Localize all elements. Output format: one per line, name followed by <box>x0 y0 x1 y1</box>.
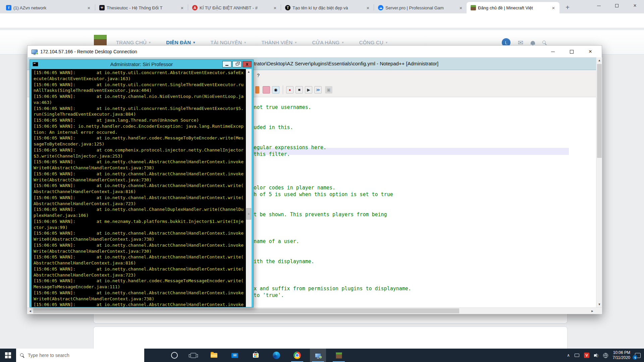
task-view-icon <box>191 353 196 358</box>
open-folder-icon[interactable] <box>263 86 270 94</box>
network-icon[interactable] <box>603 353 608 358</box>
windows-logo-icon <box>5 352 11 358</box>
nav-cong-cu[interactable]: CÔNG CỤ▾ <box>359 40 387 45</box>
toolbar-partial-icon[interactable] <box>255 86 259 94</box>
taskbar-search-box[interactable]: Type here to search <box>16 349 144 362</box>
yml-comment-line: the prefix and suffix from permission pl… <box>226 285 411 292</box>
console-scroll-thumb[interactable]: ≡ <box>246 208 251 220</box>
console-log-line: Write(AbstractChannelHandlerContext.java… <box>34 248 246 254</box>
scroll-up-icon[interactable]: ▲ <box>246 69 252 74</box>
console-log-line: [15:06:05 WARN]: at io.netty.util.concur… <box>34 106 246 112</box>
browser-close-button[interactable]: × <box>626 0 644 11</box>
scroll-right-icon[interactable]: ► <box>590 308 595 314</box>
search-icon[interactable] <box>542 41 547 45</box>
console-restore-button[interactable] <box>232 61 241 67</box>
store-button[interactable] <box>248 349 264 362</box>
tab-close-icon[interactable]: × <box>272 5 278 11</box>
console-log-line: [15:06:05 WARN]: at io.netty.channel.Abs… <box>34 242 246 248</box>
tab-close-icon[interactable]: × <box>458 5 464 11</box>
console-log-line: [15:06:05 WARN]: at io.netty.channel.Abs… <box>34 230 246 236</box>
rdp-horizontal-scrollbar[interactable]: ◄ ► <box>27 307 602 314</box>
tab-thesieutoc[interactable]: Ψ Thesieutoc - Hệ Thống Đổi T × <box>95 2 188 13</box>
console-title-bar[interactable]: Administrator: Siri Professor X <box>30 60 253 69</box>
browser-minimize-button[interactable] <box>590 0 608 11</box>
rdp-close-button[interactable]: × <box>581 46 600 58</box>
scroll-left-icon[interactable]: ◄ <box>28 308 33 314</box>
search-icon <box>20 353 24 358</box>
console-log-line: [15:06:05 WARN]: io.netty.handler.codec.… <box>34 123 246 129</box>
taskbar-clock[interactable]: 10:06 PM 7/11/2020 <box>613 350 631 360</box>
alerts-bell-icon[interactable] <box>531 41 535 45</box>
macro-play-icon[interactable]: ▶ <box>305 86 312 94</box>
clock-time: 10:06 PM <box>613 350 631 355</box>
tab-facebook[interactable]: f (1) AZvn network × <box>2 2 95 13</box>
folder-icon <box>211 353 217 358</box>
rdp-vertical-scrollbar[interactable]: ▲ ▼ <box>596 57 602 307</box>
mail-button[interactable]: ✉ <box>227 349 243 362</box>
console-log-line: Write0(AbstractChannelHandlerContext.jav… <box>34 165 246 171</box>
view-eye-icon[interactable]: ◉ <box>272 86 279 94</box>
nav-trang-chu[interactable]: TRANG CHỦ▾ <box>116 40 151 45</box>
volume-icon[interactable]: ) <box>594 353 598 357</box>
rdp-icon <box>32 50 38 54</box>
tab-close-icon[interactable]: × <box>179 5 185 11</box>
console-log-line: [15:06:05 WARN]: at com.comphenix.protoc… <box>34 147 246 153</box>
rdp-minimize-button[interactable] <box>543 46 562 58</box>
console-log-line: [15:06:05 WARN]: at me.neznamy.tab.platf… <box>34 219 246 225</box>
tab-tao-ten[interactable]: T Tạo tên kí tự đặc biệt đẹp và × <box>281 2 374 13</box>
console-log-line: [15:06:05 WARN]: at io.netty.channel.Abs… <box>34 290 246 296</box>
tab-close-icon[interactable]: × <box>365 5 371 11</box>
edge-button[interactable] <box>268 349 284 362</box>
console-log-line: [15:06:05 WARN]: at io.netty.util.concur… <box>34 70 246 76</box>
console-minimize-button[interactable] <box>222 61 231 67</box>
tab-close-icon[interactable]: × <box>86 5 92 11</box>
rdp-title-bar[interactable]: 172.104.57.166 - Remote Desktop Connecti… <box>28 46 602 58</box>
macro-stop-icon[interactable]: ■ <box>296 86 303 94</box>
notepad-help-menu[interactable]: ? <box>257 73 260 78</box>
new-tab-button[interactable]: + <box>563 3 572 12</box>
scroll-down-icon[interactable]: ▼ <box>596 302 602 307</box>
start-button[interactable] <box>0 349 16 362</box>
console-window: Administrator: Siri Professor X [15:06:0… <box>30 59 254 307</box>
chevron-down-icon: ▾ <box>342 41 343 44</box>
console-log-line: [15:06:05 WARN]: at io.netty.channel.Abs… <box>34 302 246 307</box>
file-explorer-button[interactable] <box>206 349 222 362</box>
nav-thanh-vien[interactable]: THÀNH VIÊN▾ <box>261 40 297 45</box>
nav-dien-dan[interactable]: DIỄN ĐÀN▾ <box>166 40 195 45</box>
browser-maximize-button[interactable] <box>608 0 626 11</box>
device-icon[interactable] <box>575 354 579 357</box>
horizontal-scroll-thumb[interactable] <box>33 308 459 313</box>
cortana-button[interactable] <box>166 349 182 362</box>
anhnbt-icon: A <box>192 5 198 10</box>
tab-anhnbt[interactable]: A KÍ TỰ ĐẶC BIỆT ANHNBT - # × <box>188 2 281 13</box>
toolbar-separator <box>283 85 283 94</box>
nav-cua-hang[interactable]: CỬA HÀNG▾ <box>312 40 344 45</box>
console-log-line: [15:06:05 WARN]: at io.netty.channel.Abs… <box>34 266 246 272</box>
tab-title: Server.pro | Professional Gam <box>385 5 456 10</box>
chrome-button[interactable] <box>289 349 305 362</box>
unikey-vietnamese-icon[interactable]: V <box>584 353 589 358</box>
task-view-button[interactable] <box>185 349 201 362</box>
nav-tai-nguyen[interactable]: TÀI NGUYÊN▾ <box>211 40 246 45</box>
chevron-down-icon: ▾ <box>295 41 297 44</box>
console-log-line: [15:06:05 WARN]: at io.netty.channel.Abs… <box>34 183 246 189</box>
macro-run-multiple-icon[interactable]: ≫ <box>314 86 322 94</box>
tab-minecraftvn-active[interactable]: Đăng chủ đề | Minecraft Việt × <box>467 2 559 13</box>
hidden-icons-chevron[interactable]: ∧ <box>567 353 570 358</box>
macro-record-icon[interactable]: ● <box>286 86 293 94</box>
tab-serverpro[interactable]: ☁ Server.pro | Professional Gam × <box>374 2 467 13</box>
rdp-taskbar-button[interactable] <box>310 349 326 362</box>
chevron-down-icon: ▾ <box>193 41 195 44</box>
forum-nav: TRANG CHỦ▾ DIỄN ĐÀN▾ TÀI NGUYÊN▾ THÀNH V… <box>116 40 387 45</box>
vertical-scroll-thumb[interactable] <box>597 64 602 158</box>
scroll-up-icon[interactable]: ▲ <box>596 58 602 63</box>
tab-close-icon[interactable]: × <box>551 5 556 11</box>
rdp-maximize-button[interactable] <box>562 46 581 58</box>
console-log-line: nAllTasks(SingleThreadEventExecutor.java… <box>34 87 246 94</box>
action-center-icon[interactable]: 4 <box>635 353 641 358</box>
tab-title: Thesieutoc - Hệ Thống Đổi T <box>107 5 177 10</box>
minecraft-launcher-button[interactable] <box>331 349 347 362</box>
system-tray: ∧ V ) 10:06 PM 7/11/2020 4 <box>567 349 644 362</box>
console-scrollbar[interactable]: ▲ ≡ <box>246 69 252 307</box>
console-close-button[interactable]: X <box>243 61 252 67</box>
